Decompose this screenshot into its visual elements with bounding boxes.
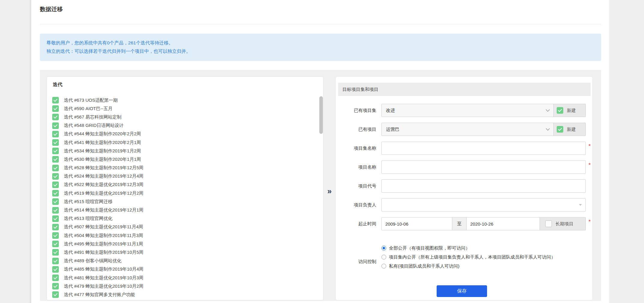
list-item[interactable]: 迭代 #504 蝉知主题制作2019年11月3周 [47,231,323,240]
checked-checkbox-icon[interactable] [52,266,59,273]
dropdown-arrow-icon [579,204,582,206]
list-item[interactable]: 迭代 #590 AIOT巴--五月 [47,104,323,113]
checked-checkbox-icon[interactable] [52,249,59,256]
checked-checkbox-icon[interactable] [52,291,59,298]
project-manager-row: 项目负责人 [336,198,592,212]
iteration-label: 迭代 #530 蝉知主题制作2020年1月1周 [64,157,141,162]
list-item[interactable]: 迭代 #495 蝉知主题制作2019年11月1周 [47,240,323,248]
access-option-private[interactable]: 私有(项目团队成员和干系人可访问) [381,262,586,271]
iteration-label: 迭代 #567 易芯科技网站定制 [64,114,122,120]
list-item[interactable]: 迭代 #544 蝉知主题制作2020年2月2周 [47,130,323,138]
checked-checkbox-icon[interactable] [52,122,59,129]
iteration-label: 迭代 #477 蝉知官网多支付账户功能 [64,292,135,298]
existing-program-label: 已有项目集 [336,104,376,117]
radio-unselected-icon[interactable] [381,264,386,268]
checked-checkbox-icon[interactable] [52,148,59,154]
list-item[interactable]: 迭代 #479 蝉知主题优化2019年10月2周 [47,282,323,290]
checked-checkbox-icon[interactable] [52,283,59,290]
unchecked-checkbox-icon[interactable] [545,220,552,227]
checked-checkbox-icon[interactable] [52,274,59,281]
radio-selected-icon[interactable] [381,246,386,250]
left-page-gutter [0,0,31,303]
checked-checkbox-icon[interactable] [52,198,59,205]
existing-project-select[interactable]: 运营巴 [381,123,554,136]
scrollbar-thumb[interactable] [319,96,323,134]
access-option-program[interactable]: 项目集内公开（所有上级项目集负责人和干系人，本项目团队成员和干系人可访问） [381,253,586,262]
checked-checkbox-icon[interactable] [52,114,59,120]
list-item[interactable]: 迭代 #514 蝉知主题优化2019年12月1周 [47,206,323,214]
long-term-toggle[interactable]: 长期项目 [540,217,586,230]
chevron-down-icon [546,108,550,112]
access-option-open[interactable]: 全部公开（有项目视图权限，即可访问） [381,244,586,253]
project-name-input[interactable] [381,160,586,174]
radio-unselected-icon[interactable] [381,255,386,260]
form-panel-title: 目标项目集和项目 [338,83,591,96]
project-code-input[interactable] [381,179,586,193]
list-item[interactable]: 迭代 #528 蝉知主题制作2019年12月5周 [47,164,323,172]
project-code-label: 项目代号 [336,179,376,193]
existing-project-label: 已有项目 [336,123,376,136]
checked-checkbox-icon[interactable] [52,97,59,104]
existing-project-value: 运营巴 [386,127,546,132]
list-item[interactable]: 迭代 #524 蝉知主题制作2019年12月4周 [47,172,323,181]
banner-line-1: 尊敬的用户，您的系统中共有0个产品，261个迭代等待迁移。 [47,39,601,47]
checked-checkbox-icon[interactable] [557,126,563,133]
existing-program-select[interactable]: 改进 [381,104,554,117]
access-control-label: 访问控制 [336,257,376,266]
checked-checkbox-icon[interactable] [52,165,59,171]
list-item[interactable]: 迭代 #534 蝉知主题制作2019年1月2周 [47,147,323,155]
title-divider [40,24,601,24]
list-item[interactable]: 迭代 #541 蝉知主题制作2020年2月1周 [47,138,323,147]
checked-checkbox-icon[interactable] [52,224,59,230]
list-item[interactable]: 迭代 #548 GRID日语网站设计 [47,122,323,130]
list-item[interactable]: 迭代 #530 蝉知主题制作2020年1月1周 [47,155,323,164]
iteration-label: 迭代 #485 蝉知主题制作2019年10月4周 [64,266,143,272]
iteration-label: 迭代 #534 蝉知主题制作2019年1月2周 [64,148,141,154]
checked-checkbox-icon[interactable] [52,232,59,239]
list-item[interactable]: 迭代 #513 喧喧官网优化 [47,214,323,223]
checked-checkbox-icon[interactable] [52,105,59,112]
list-item[interactable]: 迭代 #673 UOS适配第一期 [47,96,323,104]
checked-checkbox-icon[interactable] [52,156,59,163]
checked-checkbox-icon[interactable] [52,173,59,180]
save-button[interactable]: 保存 [437,285,487,297]
new-project-toggle[interactable]: 新建 [554,123,586,136]
iteration-label: 迭代 #513 喧喧官网优化 [64,216,113,221]
program-name-input[interactable] [381,142,586,155]
iteration-list: 迭代 #673 UOS适配第一期 迭代 #590 AIOT巴--五月 迭代 #5… [47,96,323,300]
checked-checkbox-icon[interactable] [52,207,59,214]
existing-program-value: 改进 [386,108,546,113]
project-manager-select[interactable] [381,198,586,212]
start-date-input[interactable] [381,217,452,230]
end-date-input[interactable] [467,217,540,230]
iteration-label: 迭代 #548 GRID日语网站设计 [64,123,124,128]
project-name-row: 项目名称 * [336,160,592,174]
checked-checkbox-icon[interactable] [52,241,59,247]
checked-checkbox-icon[interactable] [52,258,59,264]
required-asterisk: * [588,143,591,149]
checked-checkbox-icon[interactable] [52,215,59,222]
list-item[interactable]: 迭代 #567 易芯科技网站定制 [47,113,323,121]
page-title: 数据迁移 [40,5,63,13]
iteration-label: 迭代 #519 蝉知主题优化2019年12月2周 [64,190,143,196]
new-program-toggle[interactable]: 新建 [554,104,586,117]
checked-checkbox-icon[interactable] [557,107,563,114]
list-item[interactable]: 迭代 #481 蝉知主题优化2019年10月3周 [47,274,323,282]
date-range-label: 起止时间 [336,217,376,230]
list-item[interactable]: 迭代 #489 创客小镇网站优化 [47,257,323,265]
iteration-label: 迭代 #491 蝉知主题制作2019年10月5周 [64,250,143,255]
checked-checkbox-icon[interactable] [52,182,59,188]
checked-checkbox-icon[interactable] [52,139,59,146]
list-item[interactable]: 迭代 #519 蝉知主题优化2019年12月2周 [47,189,323,197]
list-item[interactable]: 迭代 #485 蝉知主题制作2019年10月4周 [47,265,323,274]
list-item[interactable]: 迭代 #491 蝉知主题制作2019年10月5周 [47,248,323,256]
list-item[interactable] [47,299,323,300]
list-item[interactable]: 迭代 #515 喧喧官网迁移 [47,197,323,206]
list-item[interactable]: 迭代 #507 蝉知主题优化2019年11月4周 [47,223,323,231]
list-item[interactable]: 迭代 #477 蝉知官网多支付账户功能 [47,290,323,299]
checked-checkbox-icon[interactable] [52,131,59,137]
collapse-panel-icon[interactable]: » [324,187,336,196]
list-item[interactable]: 迭代 #522 蝉知主题优化2019年12月3周 [47,181,323,189]
checked-checkbox-icon[interactable] [52,190,59,196]
access-option-label: 全部公开（有项目视图权限，即可访问） [389,244,470,253]
